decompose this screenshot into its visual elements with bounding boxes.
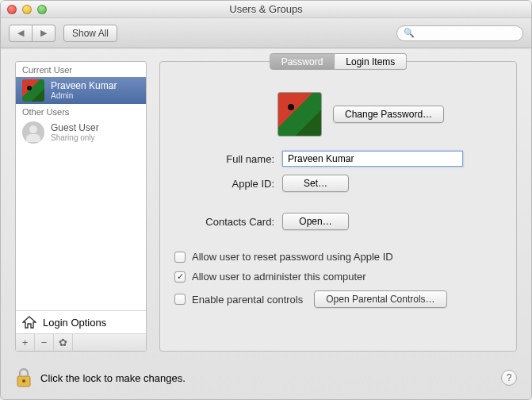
sidebar-item-guest-user[interactable]: Guest User Sharing only [16, 119, 146, 146]
apple-id-row: Apple ID: Set… [174, 175, 502, 192]
search-input[interactable] [419, 28, 516, 39]
enable-parental-label: Enable parental controls [192, 294, 303, 306]
content: Current User Praveen Kumar Admin Other U… [1, 48, 531, 360]
open-parental-controls-button[interactable]: Open Parental Controls… [314, 290, 446, 308]
remove-button[interactable]: − [35, 334, 54, 351]
allow-reset-password-checkbox[interactable] [174, 252, 186, 263]
lock-text: Click the lock to make changes. [40, 372, 186, 384]
apple-id-set-button[interactable]: Set… [282, 175, 349, 192]
svg-point-1 [22, 379, 25, 383]
forward-button[interactable]: ▶ [33, 25, 55, 42]
search-field[interactable]: 🔍 [396, 25, 523, 41]
full-name-field[interactable] [282, 151, 463, 167]
gear-icon: ✿ [59, 337, 67, 348]
user-role: Admin [51, 91, 117, 100]
allow-administer-checkbox[interactable]: ✓ [174, 271, 186, 283]
titlebar: Users & Groups [1, 1, 531, 18]
search-icon: 🔍 [404, 28, 415, 38]
add-button[interactable]: + [16, 334, 35, 351]
chevron-right-icon: ▶ [40, 28, 47, 38]
chevron-left-icon: ◀ [17, 28, 24, 38]
window-title: Users & Groups [1, 3, 531, 15]
full-name-label: Full name: [174, 153, 274, 165]
user-picture[interactable] [277, 92, 322, 137]
user-name: Guest User [51, 123, 99, 133]
footer: Click the lock to make changes. ? [1, 360, 531, 399]
full-name-row: Full name: [174, 151, 502, 167]
user-info: Guest User Sharing only [51, 123, 99, 142]
enable-parental-checkbox[interactable] [174, 294, 186, 305]
house-icon [22, 316, 36, 329]
user-role: Sharing only [51, 133, 99, 142]
avatar-section: Change Password… [277, 92, 502, 137]
sidebar-footer: + − ✿ [16, 333, 146, 351]
tab-password[interactable]: Password [270, 53, 335, 70]
nav-segment: ◀ ▶ [9, 25, 55, 42]
contacts-card-row: Contacts Card: Open… [174, 213, 502, 230]
show-all-button[interactable]: Show All [63, 25, 117, 42]
enable-parental-row: Enable parental controls Open Parental C… [174, 290, 502, 308]
sidebar-header-current: Current User [16, 62, 146, 77]
back-button[interactable]: ◀ [9, 25, 33, 42]
login-options-label: Login Options [43, 317, 106, 329]
silhouette-icon [22, 121, 44, 144]
allow-administer-row: ✓ Allow user to administer this computer [174, 271, 502, 283]
toolbar: ◀ ▶ Show All 🔍 [1, 18, 531, 48]
avatar [22, 79, 44, 102]
allow-reset-password-label: Allow user to reset password using Apple… [192, 251, 393, 263]
login-options-button[interactable]: Login Options [16, 310, 146, 333]
apple-id-label: Apple ID: [174, 178, 274, 190]
sidebar-header-other: Other Users [16, 104, 146, 119]
allow-reset-password-row: Allow user to reset password using Apple… [174, 251, 502, 263]
lock-icon[interactable] [15, 367, 33, 388]
sidebar: Current User Praveen Kumar Admin Other U… [15, 61, 147, 352]
preferences-window: Users & Groups ◀ ▶ Show All 🔍 Current Us… [0, 0, 532, 400]
user-info: Praveen Kumar Admin [51, 81, 117, 100]
help-button[interactable]: ? [501, 370, 517, 386]
sidebar-item-current-user[interactable]: Praveen Kumar Admin [16, 77, 146, 104]
contacts-open-button[interactable]: Open… [282, 213, 349, 230]
allow-administer-label: Allow user to administer this computer [192, 271, 366, 283]
main-panel: Password Login Items Change Password… Fu… [159, 61, 517, 352]
change-password-button[interactable]: Change Password… [333, 106, 444, 123]
tab-bar: Password Login Items [270, 53, 408, 70]
user-name: Praveen Kumar [51, 81, 117, 91]
checkboxes: Allow user to reset password using Apple… [174, 251, 502, 308]
contacts-card-label: Contacts Card: [174, 216, 274, 228]
help-icon: ? [507, 372, 512, 383]
action-menu-button[interactable]: ✿ [54, 334, 73, 351]
tab-login-items[interactable]: Login Items [335, 53, 407, 70]
